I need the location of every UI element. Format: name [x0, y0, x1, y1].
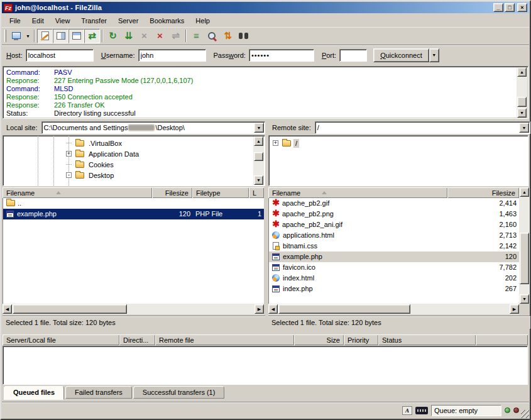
site-manager-dropdown-icon[interactable]: ▼	[24, 29, 32, 43]
disconnect-button[interactable]: ×	[152, 29, 168, 43]
expander-icon[interactable]: +	[273, 140, 278, 146]
menu-edit[interactable]: Edit	[26, 16, 50, 26]
compare-directories-button[interactable]	[204, 29, 220, 43]
column-header-server-local-file[interactable]: Server/Local file	[3, 334, 119, 345]
cancel-operation-button[interactable]: ×	[136, 29, 152, 43]
scroll-down-icon[interactable]: ▼	[517, 108, 527, 118]
expander-icon[interactable]: -	[66, 172, 72, 178]
expander-icon[interactable]: +	[66, 151, 72, 157]
username-input[interactable]	[138, 49, 206, 62]
username-label: Username:	[101, 52, 135, 59]
local-hscroll-thumb[interactable]	[13, 304, 127, 314]
password-label: Password:	[214, 52, 246, 59]
toggle-local-tree-button[interactable]	[53, 29, 68, 43]
scroll-right-icon[interactable]: ▶	[255, 304, 264, 314]
filter-button[interactable]: ≡	[189, 29, 204, 43]
scroll-up-icon[interactable]: ▲	[520, 187, 529, 197]
tab-failed-transfers[interactable]: Failed transfers	[65, 386, 132, 399]
column-header-filetype[interactable]: Filetype	[192, 187, 249, 198]
file-row[interactable]: ✱apache_pb2_ani.gif2,160	[269, 219, 519, 230]
refresh-button[interactable]: ↻	[105, 29, 121, 43]
local-site-combobox[interactable]: C:\Documents and Settings\Desktop\ ▼	[41, 121, 265, 134]
toggle-message-log-button[interactable]	[37, 29, 53, 43]
remote-list-hscrollbar[interactable]: ◀ ▶	[268, 304, 519, 314]
menu-server[interactable]: Server	[112, 16, 144, 26]
log-scroll-thumb[interactable]	[517, 97, 527, 107]
scroll-up-icon[interactable]: ▲	[517, 67, 527, 77]
tab-queued-files[interactable]: Queued files	[4, 386, 64, 400]
remote-list-scrollbar[interactable]: ▲ ▼	[519, 187, 530, 304]
column-header-l[interactable]: L	[249, 187, 264, 198]
process-queue-button[interactable]: ⇊	[121, 29, 136, 43]
column-header-remote-file[interactable]: Remote file	[155, 334, 294, 345]
reconnect-button[interactable]: ⇌	[168, 29, 183, 43]
menu-help[interactable]: Help	[190, 16, 216, 26]
menu-file[interactable]: File	[4, 16, 26, 26]
window-title: john@localhost - FileZilla	[15, 4, 492, 11]
remote-site-combobox[interactable]: / ▼	[315, 121, 530, 134]
remote-list-scroll-thumb[interactable]	[520, 233, 529, 284]
scroll-down-icon[interactable]: ▼	[520, 294, 529, 304]
file-row[interactable]: favicon.ico7,782	[269, 262, 519, 273]
port-input[interactable]	[339, 49, 367, 62]
transfer-queue-body	[3, 346, 528, 385]
column-header-filename[interactable]: Filename	[268, 187, 447, 198]
menu-view[interactable]: View	[50, 16, 76, 26]
password-input[interactable]	[249, 49, 314, 62]
remote-site-dropdown-icon[interactable]: ▼	[519, 123, 529, 133]
column-header-priority[interactable]: Priority	[344, 334, 378, 345]
column-header-size[interactable]: Size	[294, 334, 344, 345]
scroll-left-icon[interactable]: ◀	[268, 304, 278, 314]
file-row[interactable]: ✱apache_pb2.gif2,414	[269, 198, 519, 209]
tree-item[interactable]: -Desktop	[3, 170, 265, 180]
column-header-status[interactable]: Status	[378, 334, 476, 345]
close-button[interactable]: ×	[517, 3, 527, 12]
site-manager-button[interactable]	[8, 29, 24, 43]
quickconnect-button[interactable]: Quickconnect	[373, 48, 429, 62]
column-header-filename[interactable]: Filename	[3, 187, 152, 198]
host-input[interactable]	[26, 49, 94, 62]
menu-bookmarks[interactable]: Bookmarks	[144, 16, 190, 26]
sync-browsing-button[interactable]: ⇅	[220, 29, 236, 43]
local-site-bar: Local site: C:\Documents and Settings\De…	[3, 121, 265, 135]
find-files-button[interactable]	[236, 29, 251, 43]
tree-item[interactable]: +/	[269, 138, 528, 148]
local-site-dropdown-icon[interactable]: ▼	[254, 123, 264, 133]
file-row[interactable]: index.html202	[269, 273, 519, 284]
scroll-down-icon[interactable]: ▼	[254, 175, 263, 185]
tree-item[interactable]: +Application Data	[3, 148, 265, 159]
local-tree-scrollbar[interactable]: ▲ ▼	[253, 136, 264, 185]
local-list-hscrollbar[interactable]: ◀ ▶	[3, 304, 264, 314]
log-scrollbar[interactable]: ▲ ▼	[517, 67, 527, 118]
column-header-blank[interactable]	[476, 334, 528, 345]
file-row[interactable]: example.php120PHP File1	[3, 209, 264, 219]
column-header-directi[interactable]: Directi...	[119, 334, 155, 345]
column-header-filesize[interactable]: Filesize	[447, 187, 519, 198]
resize-grip[interactable]	[521, 410, 529, 418]
scroll-right-icon[interactable]: ▶	[510, 304, 519, 314]
tab-successful-transfers-1[interactable]: Successful transfers (1)	[133, 386, 225, 399]
maximize-button[interactable]: □	[505, 3, 515, 12]
php-icon	[272, 264, 280, 271]
file-row[interactable]: example.php120	[269, 251, 519, 262]
menu-transfer[interactable]: Transfer	[75, 16, 112, 26]
toggle-remote-tree-button[interactable]	[68, 29, 84, 43]
speed-limits-icon[interactable]	[415, 407, 428, 414]
file-row[interactable]: applications.html2,713	[269, 230, 519, 241]
minimize-button[interactable]: _	[493, 3, 503, 12]
column-header-filesize[interactable]: Filesize	[152, 187, 192, 198]
scroll-left-icon[interactable]: ◀	[3, 304, 12, 314]
tree-item[interactable]: Cookies	[3, 159, 265, 170]
file-row[interactable]: ✱apache_pb2.png1,463	[269, 209, 519, 219]
remote-site-bar: Remote site: / ▼	[268, 121, 530, 135]
local-tree-scroll-thumb[interactable]	[254, 152, 263, 161]
window-controls: _ □ ×	[492, 3, 527, 12]
quickconnect-dropdown-icon[interactable]: ▼	[429, 48, 439, 62]
file-row[interactable]: bitnami.css2,142	[269, 241, 519, 251]
toggle-transfer-queue-button[interactable]: ⇄	[84, 29, 100, 43]
remote-hscroll-thumb[interactable]	[278, 304, 410, 314]
scroll-up-icon[interactable]: ▲	[254, 136, 263, 146]
file-row[interactable]: ..	[3, 198, 264, 209]
tree-item[interactable]: .VirtualBox	[3, 138, 265, 148]
file-row[interactable]: index.php267	[269, 284, 519, 294]
